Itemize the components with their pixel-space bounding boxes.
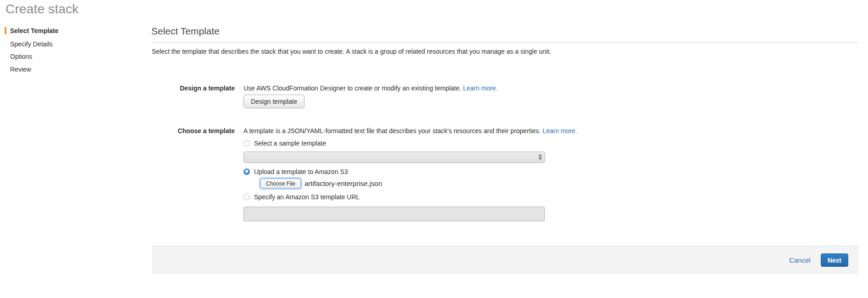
choose-template-text-body: A template is a JSON/YAML-formatted text… (243, 127, 541, 135)
wizard-footer: Cancel Next (152, 246, 859, 274)
section-heading: Select Template (151, 26, 220, 37)
choose-learn-more-link[interactable]: Learn more. (542, 127, 577, 135)
select-stepper-icon (538, 154, 542, 160)
sample-template-select[interactable] (243, 152, 545, 163)
choose-template-text: A template is a JSON/YAML-formatted text… (243, 127, 577, 135)
radio-s3-url-label: Specify an Amazon S3 template URL (254, 193, 359, 201)
radio-specify-s3-url[interactable]: Specify an Amazon S3 template URL (243, 193, 359, 201)
choose-file-button[interactable]: Choose File (260, 179, 301, 188)
file-upload-row: Choose File artifactory-enterprise.json (260, 179, 382, 188)
next-button[interactable]: Next (821, 253, 848, 267)
radio-unselected-icon (243, 140, 250, 146)
design-template-text: Use AWS CloudFormation Designer to creat… (243, 84, 498, 92)
radio-select-sample-template[interactable]: Select a sample template (243, 140, 326, 147)
sidebar-item-select-template[interactable]: Select Template (5, 27, 59, 34)
design-template-button[interactable]: Design template (243, 95, 304, 108)
choose-template-label: Choose a template (152, 127, 235, 135)
radio-upload-s3-label: Upload a template to Amazon S3 (254, 168, 348, 175)
s3-template-url-input[interactable] (243, 207, 545, 221)
uploaded-file-name: artifactory-enterprise.json (304, 180, 382, 187)
design-template-text-body: Use AWS CloudFormation Designer to creat… (243, 84, 461, 92)
radio-upload-template-s3[interactable]: Upload a template to Amazon S3 (243, 168, 348, 175)
design-template-label: Design a template (152, 84, 235, 92)
sidebar-item-specify-details[interactable]: Specify Details (10, 40, 53, 48)
sidebar-item-options[interactable]: Options (10, 53, 32, 60)
radio-unselected-icon (243, 194, 250, 200)
section-description: Select the template that describes the s… (152, 48, 551, 55)
heading-divider (152, 42, 859, 43)
radio-sample-template-label: Select a sample template (254, 140, 326, 147)
sidebar-item-review[interactable]: Review (10, 66, 31, 73)
design-learn-more-link[interactable]: Learn more. (463, 84, 498, 92)
radio-selected-icon (243, 169, 250, 175)
cancel-button[interactable]: Cancel (789, 256, 811, 264)
create-stack-page: Create stack Select Template Specify Det… (0, 0, 868, 298)
page-title: Create stack (6, 2, 79, 17)
